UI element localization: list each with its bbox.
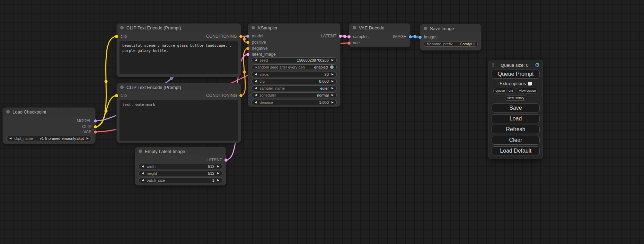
output-slot-conditioning[interactable]: CONDITIONING (206, 34, 242, 39)
collapse-dot-icon[interactable] (120, 26, 124, 29)
queue-prompt-button[interactable]: Queue Prompt (492, 70, 540, 79)
decrement-arrow-icon[interactable] (9, 137, 11, 140)
node-save-image[interactable]: Save Image images filename_prefix ComfyU… (420, 24, 481, 50)
decrement-arrow-icon[interactable] (255, 87, 257, 90)
positive-input-icon[interactable] (246, 41, 249, 44)
decrement-arrow-icon[interactable] (255, 101, 257, 104)
collapse-dot-icon[interactable] (120, 85, 124, 89)
output-slot-latent[interactable]: LATENT (321, 34, 342, 38)
refresh-button[interactable]: Refresh (492, 125, 540, 134)
input-slot-vae[interactable]: vae (347, 40, 360, 45)
toggle-icon[interactable] (330, 65, 334, 69)
node-title-bar[interactable]: Save Image (420, 24, 481, 33)
queue-front-button[interactable]: Queue Front (493, 88, 515, 93)
images-input-icon[interactable] (418, 36, 422, 39)
decrement-arrow-icon[interactable] (255, 59, 257, 62)
output-slot-conditioning[interactable]: CONDITIONING (206, 93, 242, 98)
collapse-dot-icon[interactable] (353, 26, 356, 29)
node-title-bar[interactable]: Load Checkpoint (3, 108, 95, 116)
increment-arrow-icon[interactable] (332, 73, 334, 76)
clear-button[interactable]: Clear (492, 136, 540, 145)
sampler-name-combo[interactable]: sampler_name euler (252, 85, 337, 91)
output-slot-image[interactable]: IMAGE (393, 34, 412, 39)
input-slot-positive[interactable]: positive (246, 40, 266, 45)
load-default-button[interactable]: Load Default (492, 146, 540, 155)
decrement-arrow-icon[interactable] (255, 94, 257, 97)
increment-arrow-icon[interactable] (332, 101, 334, 104)
decrement-arrow-icon[interactable] (142, 172, 144, 175)
increment-arrow-icon[interactable] (217, 172, 219, 175)
node-clip-text-encode-negative[interactable]: CLIP Text Encode (Prompt) clip CONDITION… (117, 83, 241, 143)
node-clip-text-encode-positive[interactable]: CLIP Text Encode (Prompt) clip CONDITION… (117, 24, 241, 77)
denoise-stepper[interactable]: denoise 1.000 (252, 100, 337, 105)
increment-arrow-icon[interactable] (332, 59, 334, 62)
output-slot-clip[interactable]: CLIP (82, 124, 97, 129)
clip-output-icon[interactable] (94, 125, 97, 128)
input-slot-images[interactable]: images (418, 35, 438, 39)
input-slot-latent-image[interactable]: latent_image (246, 52, 276, 57)
width-stepper[interactable]: width 512 (139, 164, 222, 169)
clip-input-icon[interactable] (115, 94, 118, 97)
collapse-dot-icon[interactable] (252, 26, 255, 29)
decrement-arrow-icon[interactable] (255, 80, 257, 83)
increment-arrow-icon[interactable] (217, 165, 219, 168)
output-slot-latent[interactable]: LATENT (206, 157, 228, 162)
latent-output-icon[interactable] (224, 159, 228, 162)
height-stepper[interactable]: height 512 (139, 171, 222, 176)
negative-input-icon[interactable] (246, 47, 249, 50)
collapse-dot-icon[interactable] (424, 27, 427, 30)
node-load-checkpoint[interactable]: Load Checkpoint MODEL CLIP VAE ckpt_name… (3, 108, 95, 144)
ckpt-name-combo[interactable]: ckpt_name v1-5-pruned-emaonly.ckpt (6, 136, 92, 141)
node-title-bar[interactable]: VAE Decode (349, 24, 410, 32)
view-queue-button[interactable]: View Queue (517, 88, 538, 93)
increment-arrow-icon[interactable] (332, 87, 334, 90)
node-title-bar[interactable]: Empty Latent Image (135, 147, 226, 155)
node-ksampler[interactable]: KSampler model LATENT positive negative … (248, 24, 340, 107)
increment-arrow-icon[interactable] (332, 80, 334, 83)
model-input-icon[interactable] (246, 35, 249, 38)
batch-size-stepper[interactable]: batch_size 1 (139, 178, 222, 183)
samples-input-icon[interactable] (347, 35, 351, 38)
negative-prompt-textarea[interactable]: text, watermark (120, 100, 238, 141)
node-title-bar[interactable]: KSampler (248, 24, 340, 32)
node-empty-latent-image[interactable]: Empty Latent Image LATENT width 512 heig… (135, 147, 226, 185)
steps-stepper[interactable]: steps 20 (252, 72, 337, 77)
filename-prefix-field[interactable]: filename_prefix ComfyUI (424, 41, 478, 47)
input-slot-model[interactable]: model (246, 34, 263, 38)
increment-arrow-icon[interactable] (217, 179, 219, 182)
vae-input-icon[interactable] (347, 42, 351, 45)
collapse-dot-icon[interactable] (6, 110, 10, 114)
input-slot-clip[interactable]: clip (115, 93, 127, 98)
vae-output-icon[interactable] (94, 130, 97, 134)
seed-stepper[interactable]: seed 156680208700286 (252, 57, 337, 63)
conditioning-output-icon[interactable] (239, 35, 242, 38)
increment-arrow-icon[interactable] (332, 94, 334, 97)
view-history-button[interactable]: View History (505, 95, 527, 101)
positive-prompt-textarea[interactable]: beautiful scenery nature glass bottle la… (120, 41, 238, 74)
cfg-stepper[interactable]: cfg 8.000 (252, 79, 337, 84)
node-graph-canvas[interactable]: Load Checkpoint MODEL CLIP VAE ckpt_name… (0, 0, 644, 244)
decrement-arrow-icon[interactable] (142, 179, 144, 182)
input-slot-samples[interactable]: samples (347, 34, 369, 39)
conditioning-output-icon[interactable] (239, 94, 242, 97)
decrement-arrow-icon[interactable] (142, 165, 144, 168)
collapse-dot-icon[interactable] (139, 150, 142, 153)
image-output-icon[interactable] (409, 35, 412, 38)
extra-options-checkbox[interactable] (528, 82, 532, 85)
settings-gear-icon[interactable] (535, 62, 540, 68)
output-slot-vae[interactable]: VAE (83, 129, 97, 134)
node-title-bar[interactable]: CLIP Text Encode (Prompt) (117, 83, 241, 91)
scheduler-combo[interactable]: scheduler normal (252, 92, 337, 98)
decrement-arrow-icon[interactable] (255, 73, 257, 76)
random-seed-toggle[interactable]: Random seed after every gen enabled (252, 64, 337, 70)
input-slot-clip[interactable]: clip (115, 34, 127, 39)
node-vae-decode[interactable]: VAE Decode samples IMAGE vae (349, 24, 410, 47)
latent-output-icon[interactable] (339, 35, 342, 38)
save-button[interactable]: Save (492, 103, 540, 112)
latent-image-input-icon[interactable] (246, 53, 249, 56)
increment-arrow-icon[interactable] (87, 137, 89, 140)
model-output-icon[interactable] (94, 119, 97, 123)
node-title-bar[interactable]: CLIP Text Encode (Prompt) (117, 24, 241, 32)
menu-panel[interactable]: Queue size: 0 Queue Prompt Extra options… (488, 60, 543, 159)
output-slot-model[interactable]: MODEL (77, 118, 97, 123)
